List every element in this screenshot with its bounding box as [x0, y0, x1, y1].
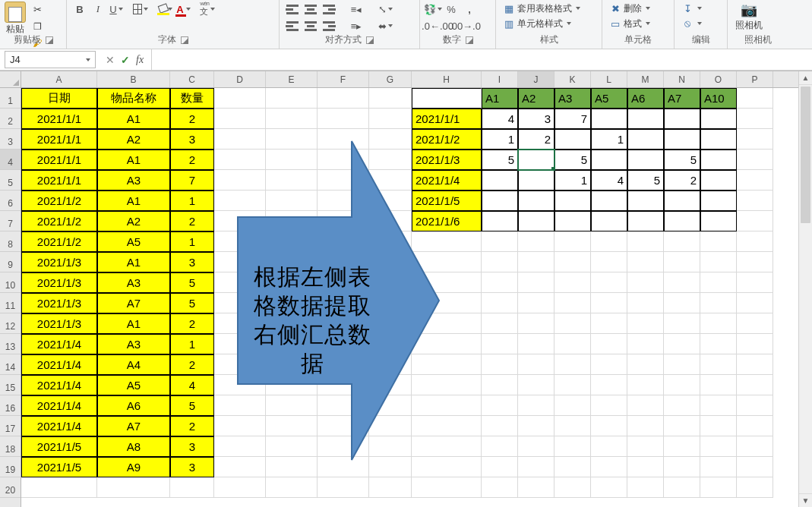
cell-P8[interactable]	[737, 231, 773, 252]
underline-button[interactable]	[108, 2, 125, 17]
column-header-E[interactable]: E	[266, 71, 318, 87]
cell-O3[interactable]	[700, 129, 737, 150]
cell-H19[interactable]	[412, 457, 482, 477]
cell-L10[interactable]	[591, 272, 627, 293]
cell-H12[interactable]	[412, 313, 482, 334]
cell-I20[interactable]	[482, 477, 518, 498]
cell-B13[interactable]: A3	[97, 334, 170, 354]
cell-M16[interactable]	[627, 395, 664, 416]
cell-M9[interactable]	[627, 252, 664, 272]
cell-D17[interactable]	[214, 416, 266, 436]
cell-N7[interactable]	[664, 211, 700, 231]
cell-E16[interactable]	[266, 395, 318, 416]
cell-P3[interactable]	[737, 129, 773, 150]
cell-P11[interactable]	[737, 293, 773, 313]
row-header-8[interactable]: 8	[0, 231, 21, 252]
cell-D4[interactable]	[214, 150, 266, 170]
cell-I14[interactable]	[482, 354, 518, 375]
cell-J9[interactable]	[518, 252, 554, 272]
cell-K7[interactable]	[554, 211, 591, 231]
cell-C7[interactable]: 2	[170, 211, 214, 231]
cell-F6[interactable]	[318, 191, 369, 211]
cell-G8[interactable]	[369, 231, 412, 252]
cell-M6[interactable]	[627, 191, 664, 211]
column-header-N[interactable]: N	[664, 71, 700, 87]
cell-L4[interactable]	[591, 150, 627, 170]
cell-E14[interactable]	[266, 354, 318, 375]
cell-O19[interactable]	[700, 457, 737, 477]
cell-D6[interactable]	[214, 191, 266, 211]
cell-O2[interactable]	[700, 109, 737, 129]
cell-C16[interactable]: 5	[170, 395, 214, 416]
cell-J8[interactable]	[518, 231, 554, 252]
column-header-J[interactable]: J	[518, 71, 554, 87]
cell-F17[interactable]	[318, 416, 369, 436]
cell-L13[interactable]	[591, 334, 627, 354]
row-header-13[interactable]: 13	[0, 334, 21, 354]
cell-E20[interactable]	[266, 477, 318, 498]
cell-O8[interactable]	[700, 231, 737, 252]
cell-N4[interactable]: 5	[664, 150, 700, 170]
cell-G3[interactable]	[369, 129, 412, 150]
cell-K20[interactable]	[554, 477, 591, 498]
row-header-2[interactable]: 2	[0, 109, 21, 129]
clear-button[interactable]: ⦸	[679, 17, 704, 30]
cell-G17[interactable]	[369, 416, 412, 436]
cell-B19[interactable]: A9	[97, 457, 170, 477]
cell-F8[interactable]	[318, 231, 369, 252]
cell-F18[interactable]	[318, 436, 369, 457]
cell-F5[interactable]	[318, 170, 369, 191]
align-left-button[interactable]	[284, 18, 301, 33]
cell-K12[interactable]	[554, 313, 591, 334]
cell-K10[interactable]	[554, 272, 591, 293]
cell-L2[interactable]	[591, 109, 627, 129]
cell-O11[interactable]	[700, 293, 737, 313]
row-header-14[interactable]: 14	[0, 354, 21, 375]
cell-E17[interactable]	[266, 416, 318, 436]
cell-E13[interactable]	[266, 334, 318, 354]
cell-K1[interactable]: A3	[554, 88, 591, 109]
cell-J7[interactable]	[518, 211, 554, 231]
cell-O13[interactable]	[700, 334, 737, 354]
scroll-thumb[interactable]	[801, 87, 810, 223]
cell-E10[interactable]	[266, 272, 318, 293]
formula-input[interactable]	[151, 49, 812, 70]
cell-A7[interactable]: 2021/1/2	[21, 211, 97, 231]
cell-C4[interactable]: 2	[170, 150, 214, 170]
cell-D9[interactable]	[214, 252, 266, 272]
row-header-18[interactable]: 18	[0, 436, 21, 457]
cell-G2[interactable]	[369, 109, 412, 129]
cell-G9[interactable]	[369, 252, 412, 272]
dialog-launcher-icon[interactable]	[181, 36, 188, 44]
cell-E15[interactable]	[266, 375, 318, 395]
increase-indent-button[interactable]: ≡▸	[345, 18, 368, 33]
comma-style-button[interactable]: ,	[461, 2, 478, 17]
cell-D2[interactable]	[214, 109, 266, 129]
cell-M5[interactable]: 5	[627, 170, 664, 191]
cell-G1[interactable]	[369, 88, 412, 109]
cell-I9[interactable]	[482, 252, 518, 272]
dialog-launcher-icon[interactable]	[366, 36, 374, 44]
cell-H14[interactable]	[412, 354, 482, 375]
cell-P2[interactable]	[737, 109, 773, 129]
enter-formula-button[interactable]: ✓	[121, 54, 130, 66]
cell-P16[interactable]	[737, 395, 773, 416]
cell-C10[interactable]: 5	[170, 272, 214, 293]
cell-N16[interactable]	[664, 395, 700, 416]
cell-L20[interactable]	[591, 477, 627, 498]
cell-H20[interactable]	[412, 477, 482, 498]
decrease-indent-button[interactable]: ≡◂	[345, 2, 368, 17]
cell-L9[interactable]	[591, 252, 627, 272]
increase-decimal-button[interactable]: .0←.00	[425, 18, 450, 33]
cell-J2[interactable]: 3	[518, 109, 554, 129]
row-header-15[interactable]: 15	[0, 375, 21, 395]
column-header-F[interactable]: F	[318, 71, 369, 87]
cell-A11[interactable]: 2021/1/3	[21, 293, 97, 313]
cell-A1[interactable]: 日期	[21, 88, 97, 109]
cell-K6[interactable]	[554, 191, 591, 211]
cell-J4[interactable]	[518, 150, 554, 170]
cell-F9[interactable]	[318, 252, 369, 272]
cell-F16[interactable]	[318, 395, 369, 416]
cell-D3[interactable]	[214, 129, 266, 150]
column-header-A[interactable]: A	[21, 71, 97, 87]
